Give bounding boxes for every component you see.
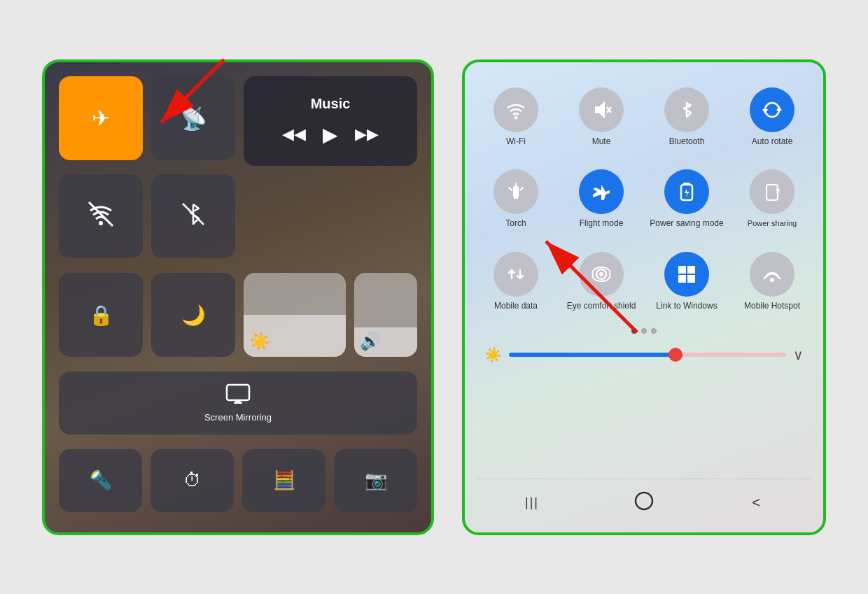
screen-mirroring-icon bbox=[225, 383, 251, 409]
android-powersharing-tile[interactable]: Power sharing bbox=[732, 164, 812, 235]
android-mobiledata-icon-circle bbox=[493, 252, 538, 297]
android-hotspot-label: Mobile Hotspot bbox=[744, 301, 800, 312]
svg-rect-23 bbox=[687, 266, 695, 274]
android-wifi-icon-circle bbox=[493, 87, 538, 132]
orientation-lock-button[interactable]: 🔒 bbox=[59, 273, 143, 357]
music-controls: ◀◀ ▶ ▶▶ bbox=[282, 123, 379, 146]
play-button[interactable]: ▶ bbox=[323, 123, 338, 146]
android-torch-tile[interactable]: Torch bbox=[476, 164, 556, 235]
timer-button[interactable]: ⏱ bbox=[150, 449, 234, 512]
volume-slider[interactable]: 🔊 bbox=[354, 273, 417, 357]
svg-rect-18 bbox=[683, 183, 690, 185]
svg-rect-24 bbox=[678, 275, 686, 283]
svg-point-27 bbox=[636, 493, 652, 509]
ios-row-4: Screen Mirroring bbox=[59, 372, 417, 441]
airplane-mode-button[interactable]: ✈ bbox=[59, 76, 143, 160]
android-brightness-row: ☀️ ∨ bbox=[476, 339, 812, 370]
brightness-slider[interactable]: ☀️ bbox=[244, 273, 346, 357]
svg-point-2 bbox=[99, 221, 103, 225]
torch-icon: 🔦 bbox=[90, 469, 112, 491]
svg-point-21 bbox=[599, 272, 603, 276]
right-panel-wrapper: Wi-Fi Mute Bluetooth Auto rotate bbox=[462, 59, 826, 535]
ios-row-3: 🔒 🌙 ☀️ 🔊 bbox=[59, 273, 417, 363]
brightness-track[interactable] bbox=[509, 353, 786, 357]
android-row-1: Wi-Fi Mute Bluetooth Auto rotate bbox=[476, 76, 812, 159]
svg-point-9 bbox=[514, 115, 518, 119]
android-mute-tile[interactable]: Mute bbox=[561, 82, 641, 153]
brightness-thumb[interactable] bbox=[668, 348, 682, 362]
android-hotspot-tile[interactable]: Mobile Hotspot bbox=[732, 246, 812, 318]
page-indicator bbox=[476, 323, 812, 339]
android-linkwindows-label: Link to Windows bbox=[656, 301, 717, 312]
svg-rect-16 bbox=[514, 196, 518, 199]
android-wifi-label: Wi-Fi bbox=[506, 136, 526, 148]
android-wifi-tile[interactable]: Wi-Fi bbox=[476, 82, 556, 153]
airplane-icon: ✈ bbox=[92, 105, 111, 132]
music-title: Music bbox=[311, 96, 351, 112]
wifi-off-button[interactable] bbox=[59, 174, 143, 258]
recent-apps-button[interactable]: ||| bbox=[517, 488, 547, 518]
do-not-disturb-button[interactable]: 🌙 bbox=[151, 273, 235, 357]
orientation-icon: 🔒 bbox=[89, 304, 113, 327]
android-powersaving-tile[interactable]: Power saving mode bbox=[647, 164, 727, 235]
volume-icon: 🔊 bbox=[360, 332, 381, 351]
music-block: Music ◀◀ ▶ ▶▶ bbox=[244, 76, 417, 167]
calculator-icon: 🧮 bbox=[273, 469, 295, 491]
back-button[interactable]: < bbox=[741, 488, 771, 518]
svg-point-26 bbox=[770, 278, 774, 282]
android-powersharing-icon-circle bbox=[750, 169, 794, 214]
wifi-toggle-button[interactable]: 📡 bbox=[151, 76, 235, 160]
android-eyecomfort-tile[interactable]: Eye comfort shield bbox=[561, 246, 641, 318]
next-button[interactable]: ▶▶ bbox=[355, 125, 379, 143]
calculator-button[interactable]: 🧮 bbox=[242, 449, 326, 512]
dot-2 bbox=[641, 328, 647, 334]
screen-mirroring-label: Screen Mirroring bbox=[204, 412, 272, 423]
android-torch-label: Torch bbox=[505, 218, 526, 229]
android-flightmode-label: Flight mode bbox=[580, 218, 624, 229]
android-powersaving-label: Power saving mode bbox=[650, 218, 723, 229]
svg-rect-25 bbox=[687, 275, 695, 283]
ios-control-center: ✈ 📡 Music ◀◀ ▶ ▶▶ bbox=[42, 59, 434, 535]
dot-1 bbox=[631, 328, 637, 334]
android-hotspot-icon-circle bbox=[750, 252, 794, 297]
android-autorotate-label: Auto rotate bbox=[752, 136, 793, 148]
bluetooth-off-button[interactable] bbox=[151, 174, 235, 258]
timer-icon: ⏱ bbox=[183, 469, 202, 491]
left-panel-wrapper: ✈ 📡 Music ◀◀ ▶ ▶▶ bbox=[42, 59, 434, 535]
svg-rect-22 bbox=[678, 266, 686, 274]
android-autorotate-tile[interactable]: Auto rotate bbox=[732, 82, 812, 153]
svg-rect-5 bbox=[227, 385, 249, 400]
android-nav-bar: ||| < bbox=[476, 479, 812, 521]
ios-row-2 bbox=[59, 174, 417, 264]
svg-rect-15 bbox=[513, 186, 519, 197]
android-mute-label: Mute bbox=[592, 136, 611, 148]
wifi-off-icon bbox=[87, 200, 115, 233]
android-mobiledata-tile[interactable]: Mobile data bbox=[476, 246, 556, 318]
home-button[interactable] bbox=[629, 488, 659, 518]
recent-apps-icon: ||| bbox=[525, 495, 539, 510]
camera-icon: 📷 bbox=[365, 469, 387, 491]
android-bluetooth-label: Bluetooth bbox=[669, 136, 705, 148]
ios-row-1: ✈ 📡 Music ◀◀ ▶ ▶▶ bbox=[59, 76, 417, 167]
brightness-icon: ☀️ bbox=[249, 332, 270, 351]
back-icon: < bbox=[752, 495, 760, 511]
android-quick-settings: Wi-Fi Mute Bluetooth Auto rotate bbox=[462, 59, 826, 535]
android-linkwindows-tile[interactable]: Link to Windows bbox=[647, 246, 727, 318]
screen-mirroring-button[interactable]: Screen Mirroring bbox=[59, 372, 417, 434]
android-powersaving-icon-circle bbox=[664, 169, 709, 214]
android-row-3: Mobile data Eye comfort shield Link to W… bbox=[476, 241, 812, 323]
android-bluetooth-tile[interactable]: Bluetooth bbox=[647, 82, 727, 153]
android-flightmode-tile[interactable]: Flight mode bbox=[561, 164, 641, 235]
bluetooth-off-icon bbox=[181, 201, 206, 232]
svg-marker-14 bbox=[762, 109, 768, 114]
android-eyecomfort-icon-circle bbox=[579, 252, 624, 297]
home-icon bbox=[634, 491, 654, 515]
expand-brightness-button[interactable]: ∨ bbox=[793, 346, 804, 363]
android-torch-icon-circle bbox=[493, 169, 538, 214]
svg-marker-10 bbox=[596, 103, 604, 117]
moon-icon: 🌙 bbox=[181, 304, 206, 327]
camera-button[interactable]: 📷 bbox=[334, 449, 417, 512]
wifi-icon: 📡 bbox=[179, 105, 207, 132]
prev-button[interactable]: ◀◀ bbox=[282, 125, 306, 143]
torch-button[interactable]: 🔦 bbox=[59, 449, 142, 512]
